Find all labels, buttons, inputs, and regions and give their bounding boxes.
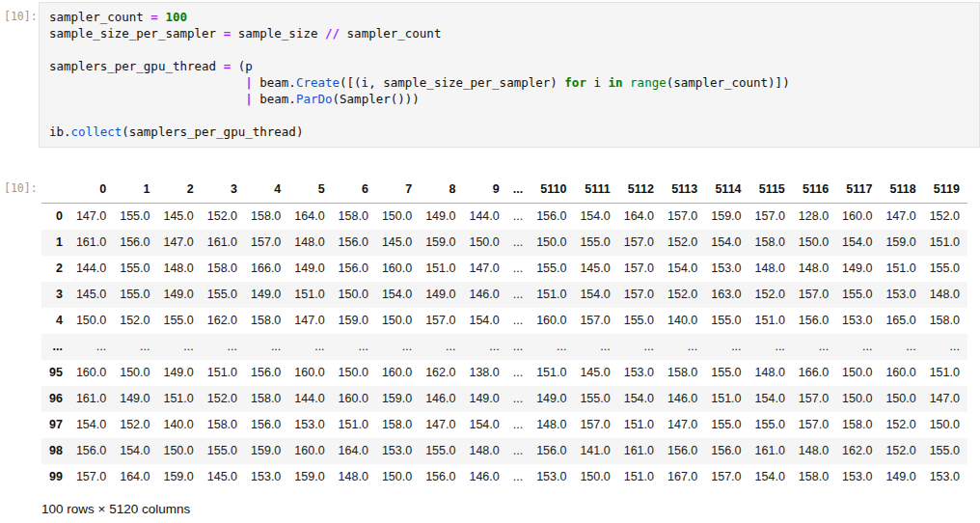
table-cell: 148.0 — [523, 412, 566, 438]
column-header: 5 — [281, 177, 324, 204]
table-cell: 164.0 — [611, 204, 654, 231]
table-cell: 159.0 — [325, 308, 368, 334]
table-cell: 155.0 — [566, 386, 610, 412]
table-cell: ... — [611, 334, 654, 360]
row-index: 96 — [41, 386, 63, 412]
table-cell: 152.0 — [654, 282, 697, 308]
table-cell: ... — [500, 438, 523, 464]
table-cell: 155.0 — [829, 282, 872, 308]
table-cell: 157.0 — [63, 464, 106, 490]
table-cell: 152.0 — [872, 438, 915, 464]
table-cell: 148.0 — [150, 256, 193, 282]
table-row: 3145.0155.0149.0155.0149.0151.0150.0154.… — [41, 282, 967, 308]
table-cell: 128.0 — [785, 204, 829, 231]
table-cell: 158.0 — [916, 308, 967, 334]
table-cell: 140.0 — [654, 308, 697, 334]
table-cell: 151.0 — [412, 256, 455, 282]
table-cell: ... — [785, 334, 829, 360]
table-cell: 152.0 — [194, 386, 237, 412]
table-cell: 158.0 — [368, 412, 412, 438]
table-cell: 150.0 — [785, 230, 829, 256]
table-cell: ... — [368, 334, 412, 360]
table-cell: 158.0 — [237, 386, 281, 412]
table-cell: 155.0 — [412, 438, 455, 464]
row-index: 1 — [41, 230, 63, 256]
table-cell: 151.0 — [325, 412, 368, 438]
table-cell: 164.0 — [281, 204, 324, 231]
table-cell: 151.0 — [281, 282, 324, 308]
row-index: ... — [41, 334, 63, 360]
table-cell: 147.0 — [455, 256, 499, 282]
table-cell: 149.0 — [281, 256, 324, 282]
table-cell: 146.0 — [654, 386, 697, 412]
table-cell: 160.0 — [872, 360, 915, 386]
table-cell: 150.0 — [368, 308, 412, 334]
table-cell: 159.0 — [368, 386, 412, 412]
table-cell: 157.0 — [566, 308, 610, 334]
table-cell: 157.0 — [785, 412, 829, 438]
code-line: samplers_per_gpu_thread = (p — [49, 58, 971, 74]
table-cell: 151.0 — [916, 360, 967, 386]
column-header: 5115 — [742, 177, 785, 204]
table-cell: ... — [500, 386, 523, 412]
table-cell: ... — [500, 256, 523, 282]
table-cell: 153.0 — [281, 412, 324, 438]
table-cell: 145.0 — [566, 256, 610, 282]
table-cell: ... — [500, 204, 523, 231]
table-cell: 153.0 — [523, 464, 566, 490]
table-row: 99157.0164.0159.0145.0153.0159.0148.0150… — [41, 464, 967, 490]
table-cell: 155.0 — [194, 282, 237, 308]
table-cell: ... — [500, 360, 523, 386]
table-cell: ... — [566, 334, 610, 360]
table-row: ........................................… — [41, 334, 967, 360]
table-cell: 159.0 — [412, 230, 455, 256]
table-cell: 157.0 — [237, 230, 281, 256]
table-cell: 150.0 — [325, 360, 368, 386]
table-cell: 148.0 — [785, 438, 829, 464]
table-cell: 155.0 — [916, 256, 967, 282]
table-cell: 160.0 — [368, 256, 412, 282]
table-cell: 155.0 — [916, 438, 967, 464]
table-cell: 159.0 — [872, 230, 915, 256]
table-cell: 156.0 — [523, 438, 566, 464]
table-cell: 145.0 — [63, 282, 106, 308]
table-cell: 153.0 — [829, 308, 872, 334]
table-cell: 161.0 — [63, 386, 106, 412]
table-row: 98156.0154.0150.0155.0159.0160.0164.0153… — [41, 438, 967, 464]
table-cell: 149.0 — [412, 282, 455, 308]
table-cell: 152.0 — [742, 282, 785, 308]
table-cell: 140.0 — [150, 412, 193, 438]
column-header: 5111 — [566, 177, 610, 204]
table-cell: 149.0 — [872, 464, 915, 490]
table-cell: 157.0 — [412, 308, 455, 334]
table-cell: 160.0 — [325, 386, 368, 412]
table-cell: 161.0 — [611, 438, 654, 464]
table-cell: 151.0 — [611, 412, 654, 438]
row-index: 3 — [41, 282, 63, 308]
table-cell: 161.0 — [742, 438, 785, 464]
table-cell: 151.0 — [697, 386, 741, 412]
table-cell: 149.0 — [455, 386, 499, 412]
table-row: 95160.0150.0149.0151.0156.0160.0150.0160… — [41, 360, 967, 386]
table-cell: 153.0 — [611, 360, 654, 386]
code-content[interactable]: sampler_count = 100sample_size_per_sampl… — [49, 9, 971, 140]
table-cell: 151.0 — [523, 360, 566, 386]
table-cell: 147.0 — [654, 412, 697, 438]
table-cell: 165.0 — [872, 308, 915, 334]
dataframe-header: 0123456789...511051115112511351145115511… — [41, 177, 967, 204]
table-cell: ... — [106, 334, 150, 360]
table-cell: 163.0 — [697, 282, 741, 308]
code-line: ib.collect(samplers_per_gpu_thread) — [49, 124, 971, 140]
table-cell: ... — [523, 334, 566, 360]
table-cell: 154.0 — [829, 230, 872, 256]
table-cell: 147.0 — [63, 204, 106, 231]
input-prompt: [10]: — [4, 10, 37, 23]
table-cell: 157.0 — [566, 412, 610, 438]
table-cell: 149.0 — [412, 204, 455, 231]
column-header: 1 — [106, 177, 150, 204]
table-cell: 156.0 — [523, 204, 566, 231]
code-editor[interactable]: sampler_count = 100sample_size_per_sampl… — [39, 2, 980, 148]
table-cell: 151.0 — [194, 360, 237, 386]
table-cell: 154.0 — [742, 386, 785, 412]
table-row: 96161.0149.0151.0152.0158.0144.0160.0159… — [41, 386, 967, 412]
